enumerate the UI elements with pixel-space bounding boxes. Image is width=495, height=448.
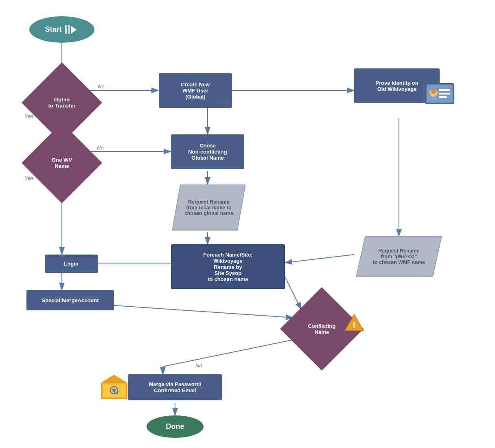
one-wv-diamond: One WVName <box>22 123 102 203</box>
svg-rect-19 <box>65 25 67 34</box>
chose-nonconflict-label: ChoseNon-conflictingGlobal Name <box>188 143 227 161</box>
start-label: Start <box>45 25 61 34</box>
yes-label-3: Yes <box>24 175 33 181</box>
svg-rect-27 <box>439 96 447 98</box>
chose-nonconflict-node: ChoseNon-conflictingGlobal Name <box>171 134 244 169</box>
foreach-rename-label: Foreach Name/Site:WikivoyageRename bySit… <box>203 252 252 282</box>
done-node: Done <box>147 415 204 438</box>
warning-icon: ! <box>344 314 364 332</box>
svg-text:!: ! <box>353 320 355 330</box>
yes-label-2: Yes <box>220 100 229 106</box>
email-icon <box>101 375 127 399</box>
request-rename-wv-node: Request Renamefrom "(WV-xx)"to chosen WM… <box>356 236 442 277</box>
login-node: Login <box>45 255 98 273</box>
special-merge-node: Special:MergeAccount <box>26 290 114 310</box>
no-label-2: No <box>97 145 104 151</box>
start-node: Start <box>29 16 94 43</box>
svg-rect-20 <box>68 25 70 34</box>
request-rename-local-node: Request Renamefrom local name tochosen g… <box>172 184 245 231</box>
merge-email-node: Merge via Password/Confirmed Email <box>128 374 222 400</box>
request-rename-wv-label: Request Renamefrom "(WV-xx)"to chosen WM… <box>366 248 432 265</box>
special-merge-label: Special:MergeAccount <box>42 297 99 303</box>
svg-line-10 <box>285 255 354 263</box>
merge-email-label: Merge via Password/Confirmed Email <box>149 381 202 393</box>
opt-in-label: Opt-into Transfer <box>48 97 75 109</box>
no-label-3: No <box>195 362 202 369</box>
svg-point-28 <box>431 89 436 94</box>
svg-rect-25 <box>439 89 450 91</box>
login-label: Login <box>64 261 78 267</box>
yes-label-1: Yes <box>24 113 33 119</box>
no-label-1: No <box>98 83 105 90</box>
svg-marker-21 <box>71 26 77 34</box>
flowchart-diagram: Start Opt-into Transfer No Yes Create Ne… <box>0 0 495 448</box>
prove-identity-label: Prove identity onOld Wikivoyage <box>375 80 418 92</box>
done-label: Done <box>166 422 184 431</box>
svg-rect-26 <box>439 93 450 94</box>
svg-line-14 <box>114 305 293 318</box>
id-card-icon <box>423 81 456 108</box>
request-rename-local-label: Request Renamefrom local name tochosen g… <box>177 199 241 216</box>
create-wmf-label: Create NewWMF User(Global) <box>181 81 210 100</box>
conflicting-name-label: ConflictingName <box>308 323 336 335</box>
one-wv-label: One WVName <box>52 157 72 169</box>
foreach-rename-node: Foreach Name/Site:WikivoyageRename bySit… <box>171 244 285 289</box>
